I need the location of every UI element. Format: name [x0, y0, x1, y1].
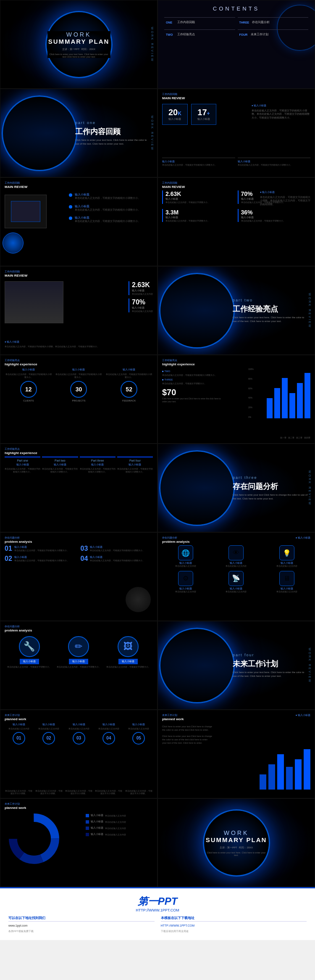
contents-title: CONTENTS: [213, 5, 260, 12]
exp-header3: 工作经验亮点 highlight experience: [5, 447, 37, 455]
slide-pie: 未来工作计划 planned work 输入小标题 单击此处输入正文内容: [0, 798, 158, 887]
footer-left: 可以在以下地址找到我们 www.1ppt.com 各类PPT模板免费下载: [8, 916, 155, 934]
part3-chinese: 存在问题分析: [233, 481, 308, 491]
fbar3: [277, 754, 284, 790]
contents-grid: ONE 工作内容回顾 THREE 存在问题分析 TWO 工作经验亮点 FOUR …: [164, 17, 308, 39]
footer-right-title: 本模板在以下下载地址: [161, 916, 307, 922]
small-label: ● 输入小标题: [296, 536, 310, 540]
future-header: 未来工作计划 planned work: [5, 713, 26, 721]
end-work: WORK: [205, 829, 268, 836]
footer-left-content: www.1ppt.com 各类PPT模板免费下载: [8, 923, 155, 934]
end-summary: SUMMARY PLAN: [205, 836, 268, 843]
part3-content: part three 存在问题分析 Click here to write yo…: [233, 475, 308, 501]
slide-experience1: 工作经验亮点 highlight experience 输入小标题 单击此处输入…: [0, 355, 158, 444]
future-header2: 未来工作计划 planned work: [162, 713, 184, 721]
section-header: 工作内容回顾 MAIN REVIEW: [5, 181, 27, 189]
slide-stats2: 工作内容回顾 MAIN REVIEW 2.63K 输入小标题 单击此处输入正文内…: [158, 177, 315, 266]
part4-label: part four: [233, 653, 308, 657]
slide-end-title: WORK SUMMARY PLAN 主讲：第一PPT 时间：20XX Click…: [158, 798, 315, 887]
prob-header2: 存在问题分析 problem analysis: [162, 536, 189, 544]
part4-chinese: 未来工作计划: [233, 659, 308, 669]
side-text2: WORK REVIEW: [308, 293, 311, 328]
chart-left: Click here to enter your text.Click here…: [162, 725, 213, 745]
end-subtitle: Click here to enter your text here. Clic…: [205, 851, 268, 856]
slide-icons3: 存在问题分析 problem analysis 🔧 输入小标题 单击此处输入正文…: [0, 621, 158, 710]
fbar2: [268, 764, 275, 790]
footer-section: 第一PPT HTTP://WWW.1PPT.COM 可以在以下地址找到我们 ww…: [0, 887, 315, 940]
blue-circle-deco: [3, 232, 24, 254]
bar3: [282, 378, 288, 418]
part4-desc: Click here to enter your text here. Clic…: [233, 671, 308, 678]
side-text: WORK REVIEW: [151, 115, 154, 151]
footer-grid: 可以在以下地址找到我们 www.1ppt.com 各类PPT模板免费下载 本模板…: [8, 916, 307, 934]
part2-content: part two 工作经验亮点 Click here to enter your…: [233, 298, 308, 323]
moon-deco: [126, 587, 151, 612]
end-author: 主讲：第一PPT 时间：20XX: [205, 846, 268, 850]
three-icons: 🔧 输入小标题 单击此处输入正文内容，可根据文字调整大小。 ✏ 输入小标题 单击…: [5, 636, 153, 668]
slide-timeline: 工作内容回顾 MAIN REVIEW 输入小标题 单击此处输入正文内容，可根据文…: [0, 177, 158, 266]
big-circle-deco2: [159, 273, 235, 349]
side-text-block: ● 输入小标题 单击此处输入正文内容，可根据文字的粗细大小调整。单击此处输入正文…: [252, 104, 310, 119]
fbar4: [286, 767, 293, 790]
big-circle-deco3: [159, 450, 235, 526]
prob-header: 存在问题分析 problem analysis: [5, 536, 32, 544]
bottom-desc: ● 输入小标题 单击此处输入正文内容，可根据文字的粗细大小调整。单击此处输入正文…: [5, 340, 153, 348]
subtitle: Click here to enter your text here. Clic…: [47, 53, 110, 58]
four-parts: Part one 输入小标题 单击此处输入正文内容，可根据文字的粗细大小调整大小…: [5, 457, 153, 473]
future-bar-chart: [260, 739, 310, 790]
slide-part1-title: part one 工作内容回顾 Click here to enter your…: [0, 89, 158, 177]
slide-stats1: 工作内容回顾 MAIN REVIEW 20K 输入小标题 17+ 输入小标题 ●…: [158, 89, 315, 177]
slide-part4-title: part four 未来工作计划 Click here to enter you…: [158, 621, 315, 710]
section-header2: 工作内容回顾 MAIN REVIEW: [162, 181, 185, 189]
author-label: 主讲：第一PPT 时间：20XX: [47, 48, 110, 51]
bottom-labels: 输入小标题 单击此处输入正文内容，可根据文字的粗细大小调整大小。 输入小标题 单…: [162, 158, 310, 166]
part-label: part one: [75, 121, 151, 125]
bar-labels: 第一季 第二季 第三季 第四季: [280, 436, 310, 439]
timeline-list: 输入小标题 单击此处输入正文内容，可根据文字的粗细大小调整大小。 输入小标题 单…: [69, 193, 153, 223]
side-text4: WORK REVIEW: [308, 647, 311, 683]
end-title-block: WORK SUMMARY PLAN 主讲：第一PPT 时间：20XX Click…: [205, 829, 268, 856]
svg-point-4: [17, 822, 51, 856]
bar5: [297, 383, 303, 418]
pie-legend: 输入小标题 单击此处输入正文内容 输入小标题 单击此处输入正文内容 输入小标题 …: [86, 814, 153, 836]
fbar5: [295, 759, 302, 790]
steps-descs: 单击此处输入正文内容，可根据文字大小调整。 单击此处输入正文内容，可根据文字大小…: [5, 790, 153, 795]
side-text: WORK REVIEW: [151, 26, 154, 62]
part3-desc: Click here to write your text Click here…: [233, 493, 308, 501]
three-cols: 输入小标题 单击此处输入正文内容，可根据文字的粗细大小调整大小。 12 CLIE…: [5, 368, 153, 402]
slide-problems1: 存在问题分析 problem analysis 01 输入小标题 单击此处输入正…: [0, 532, 158, 621]
bar2: [274, 388, 280, 418]
side-desc: ● 输入小标题 单击此处输入正文内容，可根据文字的粗细大小调整。单击此处输入正文…: [260, 190, 310, 206]
footer-right: 本模板在以下下载地址 HTTP://WWW.1PPT.COM 下载后请勿用于商业…: [161, 916, 307, 934]
steps-row: 输入小标题 单击此处输入正文内容 01 输入小标题 单击此处输入正文内容 02 …: [5, 723, 153, 745]
part2-chinese: 工作经验亮点: [233, 304, 308, 314]
content-item-1: ONE 工作内容回顾: [164, 17, 235, 27]
fbar6: [304, 749, 310, 790]
slide-part3-title: part three 存在问题分析 Click here to write yo…: [158, 444, 315, 532]
title-block: WORK SUMMARY PLAN 主讲：第一PPT 时间：20XX Click…: [47, 31, 110, 58]
part-chinese: 工作内容回顾: [75, 127, 151, 137]
footer-left-title: 可以在以下地址找到我们: [8, 916, 155, 922]
work-label: WORK: [47, 31, 110, 38]
monitor-deco: [5, 195, 47, 228]
bar-chart: 100% 80% 60% 40% 20% 0%: [257, 368, 310, 418]
footer-right-content: HTTP://WWW.1PPT.COM 下载后请勿用于商业用途: [161, 923, 307, 934]
content-item-2: TWO 工作经验亮点: [164, 29, 235, 39]
section-header: 工作内容回顾 MAIN REVIEW: [162, 92, 185, 100]
part2-label: part two: [233, 298, 308, 302]
stats-row: 20K 输入小标题 17+ 输入小标题: [162, 104, 216, 125]
content-item-4: FOUR 未来工作计划: [238, 29, 309, 39]
slide-future-steps: 未来工作计划 planned work 输入小标题 单击此处输入正文内容 01 …: [0, 710, 158, 798]
part2-desc: Click here to enter your text here. Clic…: [233, 316, 308, 323]
footer-logo: 第一PPT: [136, 895, 179, 908]
big-circle-deco4: [159, 628, 235, 703]
part1-content: part one 工作内容回顾 Click here to enter your…: [75, 121, 151, 146]
exp-header: 工作经验亮点 highlight experience: [5, 359, 37, 366]
slide-part2-title: part two 工作经验亮点 Click here to enter your…: [158, 266, 315, 355]
footer-url: HTTP://WWW.1PPT.COM: [136, 908, 179, 912]
part4-content: part four 未来工作计划 Click here to enter you…: [233, 653, 308, 678]
summary-label: SUMMARY PLAN: [47, 38, 110, 45]
landscape-image: [5, 281, 63, 323]
pie-chart: [9, 814, 59, 866]
part3-label: part three: [233, 475, 308, 480]
